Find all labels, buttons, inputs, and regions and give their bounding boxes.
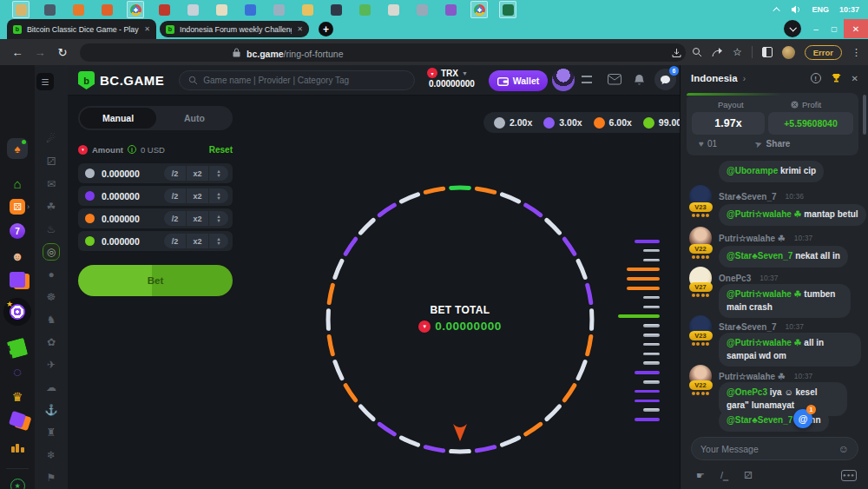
tab-indonesia-forum[interactable]: b Indonesia Forum weekly Challeng ✕ [160, 21, 309, 37]
sidebar-game-anchor-game[interactable]: ⚓ [43, 401, 60, 419]
taskbar-golf-app-icon[interactable] [385, 1, 402, 18]
tab-bitcoin-dice[interactable]: b Bitcoin Classic Dice Game - Play | ✕ [7, 19, 156, 39]
sidebar-item-bcgame-spade-logo[interactable]: ♠ [7, 138, 28, 159]
user-avatar[interactable] [552, 69, 575, 91]
chat-rules-icon[interactable]: ! [811, 73, 821, 83]
sidebar-game-comet-game[interactable]: ☄ [43, 130, 60, 148]
reload-button[interactable]: ↻ [54, 39, 71, 65]
message-mention[interactable]: @Uborampe [727, 166, 778, 175]
share-button[interactable]: ➤Share [755, 139, 790, 149]
casino-expander-icon[interactable]: › [27, 202, 30, 211]
taskbar-media-player-icon[interactable] [69, 1, 87, 18]
sidebar-item-ring-of-fortune-target[interactable]: ★ [3, 298, 31, 326]
taskbar-excel-icon[interactable] [499, 1, 516, 18]
taskbar-search-tool-icon[interactable] [270, 1, 287, 18]
language-indicator[interactable]: ENG [812, 5, 829, 14]
taskbar-folder-yellow-icon[interactable] [299, 1, 316, 18]
taskbar-stripes-app-icon[interactable] [213, 1, 230, 18]
bcgame-logo-icon[interactable]: b [78, 71, 95, 89]
sidebar-game-knight-game[interactable]: ♞ [43, 311, 60, 328]
window-close-button[interactable]: ✕ [844, 19, 868, 38]
sidebar-item-game-cards[interactable] [10, 272, 25, 287]
chat-rules-slash-icon[interactable]: /‗ [720, 470, 728, 480]
chat-message-bubble[interactable]: @Putri☆walahe ☘ all in sampai wd om [719, 333, 861, 367]
chat-message-bubble[interactable]: @Putri☆walahe ☘ mantap betul [719, 204, 866, 226]
sidebar-game-wheel-game[interactable]: ☸ [43, 288, 60, 306]
emoji-icon[interactable]: ☺ [838, 443, 849, 455]
room-chevron-icon[interactable]: › [743, 74, 746, 83]
zoom-icon[interactable] [692, 47, 702, 57]
sidebar-item-bonus-star[interactable]: ★ [10, 479, 25, 489]
browser-profile-avatar[interactable] [782, 46, 795, 59]
wallet-button[interactable]: Wallet [489, 70, 548, 91]
message-username[interactable]: OnePc3 [719, 274, 751, 283]
sidebar-game-rook-game[interactable]: ♜ [43, 424, 60, 441]
sidebar-game-mail-game[interactable]: ✉ [43, 175, 60, 193]
tab2-close-icon[interactable]: ✕ [297, 25, 303, 33]
bookmark-star-icon[interactable]: ☆ [733, 46, 742, 58]
chat-input[interactable]: ☺ [691, 437, 858, 460]
sidebar-game-plane-game[interactable]: ✈ [43, 356, 60, 373]
taskbar-firefox-icon[interactable] [98, 1, 115, 18]
sidebar-item-slots-seven[interactable]: 7 [10, 223, 25, 239]
taskbar-notes-icon[interactable] [184, 1, 201, 18]
taskbar-blue-flag-app-icon[interactable] [241, 1, 259, 18]
taskbar-penguin-app-icon[interactable] [327, 1, 345, 18]
message-username[interactable]: Star♣Seven_7 [719, 192, 777, 202]
message-username[interactable]: Putri☆walahe ☘ [719, 372, 786, 381]
sidebar-game-dice-game[interactable]: ⚂ [43, 153, 60, 170]
taskbar-red-book-icon[interactable] [155, 1, 173, 18]
dice-roll-icon[interactable]: ⚂ [744, 470, 753, 481]
chat-message-input[interactable] [700, 444, 838, 454]
message-username[interactable]: Putri☆walahe ☘ [719, 234, 786, 243]
sidebar-game-cloud-game[interactable]: ☁ [43, 379, 60, 396]
sidebar-item-pills[interactable] [9, 411, 26, 428]
profile-chevron-button[interactable] [784, 20, 801, 37]
tab1-close-icon[interactable]: ✕ [144, 25, 150, 33]
message-mention[interactable]: @Putri☆walahe ☘ [727, 289, 802, 299]
taskbar-chrome-icon[interactable] [127, 1, 144, 18]
bcgame-logo-text[interactable]: BC.GAME [100, 73, 164, 88]
message-mention[interactable]: @Putri☆walahe ☘ [727, 338, 802, 347]
taskbar-purple-app-icon[interactable] [442, 1, 459, 18]
sidebar-item-vip-crown[interactable]: ♛ [9, 388, 26, 406]
sidebar-item-podium[interactable] [10, 437, 25, 453]
window-minimize-button[interactable]: – [807, 19, 825, 38]
taskbar-chrome-2-icon[interactable] [470, 1, 488, 18]
tray-chevron-icon[interactable] [773, 7, 780, 14]
chat-message-bubble[interactable]: @Putri☆walahe ☘ tumben main crash [719, 284, 851, 318]
message-mention[interactable]: @Putri☆walahe ☘ [727, 209, 802, 219]
window-restore-button[interactable]: ▢ [825, 19, 843, 38]
sidebar-game-snow-game[interactable]: ❄ [43, 446, 60, 464]
fist-bump-icon[interactable]: ☛ [696, 470, 705, 481]
taskbar-monitor-app-icon[interactable] [41, 1, 58, 18]
clock[interactable]: 10:37 [839, 5, 859, 14]
sidebar-item-ring-dots[interactable]: ◌ [9, 364, 26, 381]
sidebar-menu-icon[interactable]: ☰ [36, 73, 54, 90]
sidebar-game-leaf-game[interactable]: ☘ [43, 198, 60, 215]
message-username[interactable]: Star♣Seven_7 [719, 322, 777, 332]
chat-close-icon[interactable]: ✕ [852, 74, 858, 83]
sidebar-item-casino-dice[interactable]: ⚄ [10, 199, 25, 215]
speaker-icon[interactable] [791, 5, 801, 14]
sidebar-game-ball-game[interactable]: ● [43, 266, 60, 283]
trophy-icon[interactable] [831, 73, 842, 84]
vip-progress-icon[interactable] [582, 76, 592, 83]
like-button[interactable]: ♥01 [699, 139, 717, 149]
game-search-input[interactable] [203, 76, 405, 85]
browser-menu-icon[interactable]: ⋮ [852, 47, 861, 58]
chat-message-bubble[interactable]: @Star♣Seven_7 nekat all in [719, 246, 848, 268]
chat-scrollbar[interactable] [863, 95, 866, 135]
sidebar-item-lottery-ticket[interactable] [7, 338, 28, 359]
taskbar-green-character-icon[interactable] [356, 1, 373, 18]
profile-error-badge[interactable]: Error [805, 45, 842, 60]
message-mention[interactable]: @OnePc3 [727, 387, 767, 397]
bell-icon[interactable] [634, 74, 645, 87]
mail-icon[interactable] [608, 74, 621, 85]
chat-toggle-button[interactable]: 6 [654, 69, 676, 90]
taskbar-explorer-icon[interactable] [12, 1, 30, 18]
sidebar-game-flag-game[interactable]: ⚑ [43, 469, 60, 486]
taskbar-grey-app-icon[interactable] [413, 1, 431, 18]
address-bar[interactable]: bc.game/ring-of-fortune [80, 43, 686, 62]
sidebar-game-ring-of-fortune[interactable]: ◎ [43, 243, 60, 261]
